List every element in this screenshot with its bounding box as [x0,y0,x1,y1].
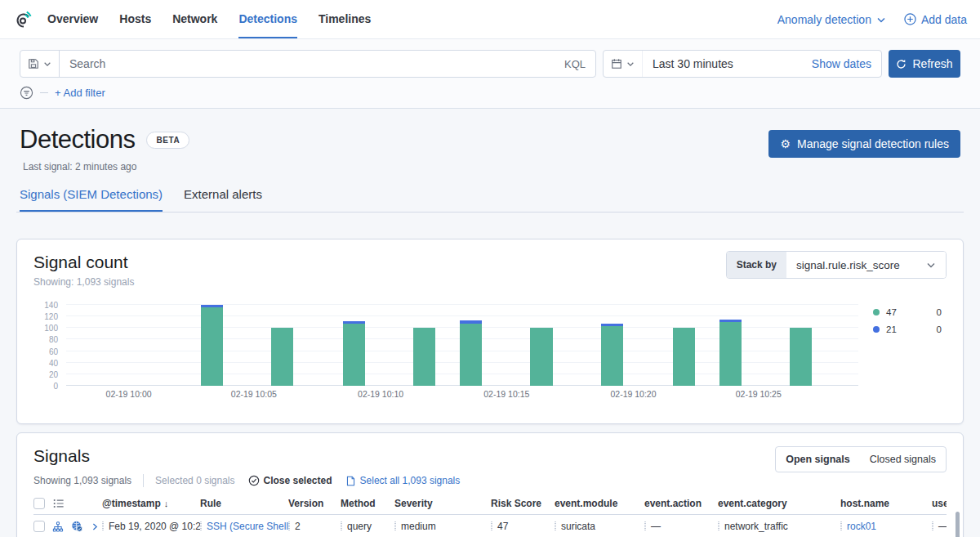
x-axis-tick-label: 02-19 10:10 [358,389,403,399]
kql-language-button[interactable]: KQL [555,58,595,70]
close-selected-button[interactable]: Close selected [248,475,332,486]
bar-segment-47 [530,328,552,386]
nav-item-timelines[interactable]: Timelines [318,0,371,38]
cell-host-name[interactable]: rock01 [840,515,932,537]
column-header-host-name[interactable]: host.name [840,495,932,515]
bar-segment-47 [673,328,695,386]
close-signal-icon [248,475,260,486]
plus-circle-icon [904,13,916,25]
add-data-label: Add data [921,13,967,26]
nav-item-hosts[interactable]: Hosts [119,0,151,38]
close-selected-label: Close selected [264,475,332,486]
manage-rules-label: Manage signal detection rules [797,137,949,150]
chevron-down-icon [876,15,886,25]
primary-nav: OverviewHostsNetworkDetectionsTimelines [47,0,371,38]
table-vertical-scrollbar[interactable] [956,512,960,537]
column-header-risk-score[interactable]: Risk Score [491,495,555,515]
calendar-icon [611,58,622,69]
anomaly-detection-menu[interactable]: Anomaly detection [777,13,886,26]
legend-label: 21 [886,324,897,334]
bar-segment-47 [201,307,223,386]
show-dates-button[interactable]: Show dates [802,57,881,70]
cell-version: 2 [288,515,341,537]
refresh-button[interactable]: Refresh [889,50,960,78]
signals-state-toggle: Open signals Closed signals [775,446,947,472]
drag-handle[interactable] [718,521,719,530]
drag-handle[interactable] [840,521,842,530]
column-header-method[interactable]: Method [341,495,394,515]
column-header-user-nam[interactable]: user.nam [932,495,947,515]
refresh-label: Refresh [912,57,952,70]
save-icon [28,58,39,69]
bar-group [271,301,293,386]
drag-handle[interactable] [102,521,104,530]
fields-list-icon[interactable] [52,498,65,509]
chart-x-axis: 02-19 10:0002-19 10:0502-19 10:1002-19 1… [66,389,858,402]
topnav-right: Anomaly detection Add data [777,13,967,26]
bar-group [201,301,223,386]
date-quick-menu-button[interactable] [604,51,643,77]
drag-handle[interactable] [555,521,556,530]
column-header-version[interactable]: Version [288,495,341,515]
anomaly-detection-label: Anomaly detection [777,13,871,26]
signal-count-panel: Signal count Showing: 1,093 signals Stac… [16,239,964,424]
saved-query-menu-button[interactable] [20,51,60,77]
drag-handle[interactable] [932,521,933,530]
column-header-severity[interactable]: Severity [394,495,491,515]
drag-handle[interactable] [644,521,646,530]
header-controls-cell [33,495,102,515]
chevron-down-icon [43,60,51,68]
tab-external-alerts[interactable]: External alerts [184,187,262,212]
chart-legend: 470210 [858,307,947,334]
cell-event-module: suricata [555,515,644,537]
select-all-button[interactable]: Select all 1,093 signals [345,475,461,486]
x-axis-tick-label: 02-19 10:15 [483,389,529,399]
y-axis-tick-label: 80 [49,335,58,344]
cell-severity: medium [394,515,491,537]
cell-risk-score: 47 [491,515,555,537]
column-header--timestamp[interactable]: @timestamp↓ [102,495,200,515]
column-header-event-action[interactable]: event.action [644,495,718,515]
x-axis-tick-label: 02-19 10:25 [736,389,782,399]
beta-badge: BETA [146,132,189,149]
y-axis-tick-label: 120 [44,312,58,321]
filter-options-icon[interactable] [20,86,33,100]
closed-signals-toggle[interactable]: Closed signals [860,447,946,472]
manage-rules-button[interactable]: ⚙ Manage signal detection rules [768,130,960,158]
signals-utility-bar: Showing 1,093 signals Selected 0 signals… [33,474,947,487]
row-controls-cell [33,515,102,537]
drag-handle[interactable] [394,521,396,530]
column-header-rule[interactable]: Rule [200,495,288,515]
analyze-event-icon[interactable] [52,521,64,533]
column-header-event-category[interactable]: event.category [718,495,840,515]
cell-timestamp: Feb 19, 2020 @ 10:26:39.800 [102,515,200,537]
legend-item-47[interactable]: 470 [873,307,947,317]
search-input[interactable] [60,57,555,70]
chart-plot-area [66,301,858,386]
bar-segment-47 [719,322,742,386]
nav-item-network[interactable]: Network [172,0,217,38]
legend-item-21[interactable]: 210 [873,324,947,334]
cell-rule[interactable]: SSH (Secure Shell) from th... [200,515,288,537]
signal-status-icon[interactable] [71,520,83,533]
add-data-button[interactable]: Add data [904,13,967,26]
bar-segment-47 [413,328,435,386]
expand-row-icon[interactable] [91,522,99,531]
y-axis-tick-label: 140 [44,300,58,309]
drag-handle[interactable] [200,521,202,530]
drag-handle[interactable] [288,521,290,530]
chart-y-axis: 020406080100120140 [33,301,66,386]
nav-item-overview[interactable]: Overview [47,0,98,38]
stack-by-select[interactable]: signal.rule.risk_score [786,252,946,278]
time-range-value[interactable]: Last 30 minutes [643,57,802,70]
nav-item-detections[interactable]: Detections [238,0,297,38]
column-header-event-module[interactable]: event.module [555,495,644,515]
row-checkbox[interactable] [33,521,45,532]
open-signals-toggle[interactable]: Open signals [776,447,860,472]
tab-signals-siem-detections-[interactable]: Signals (SIEM Detections) [20,187,163,212]
x-axis-tick-label: 02-19 10:00 [106,389,152,399]
drag-handle[interactable] [341,521,342,530]
select-all-checkbox[interactable] [33,498,45,509]
drag-handle[interactable] [491,521,492,530]
add-filter-button[interactable]: + Add filter [55,87,105,99]
